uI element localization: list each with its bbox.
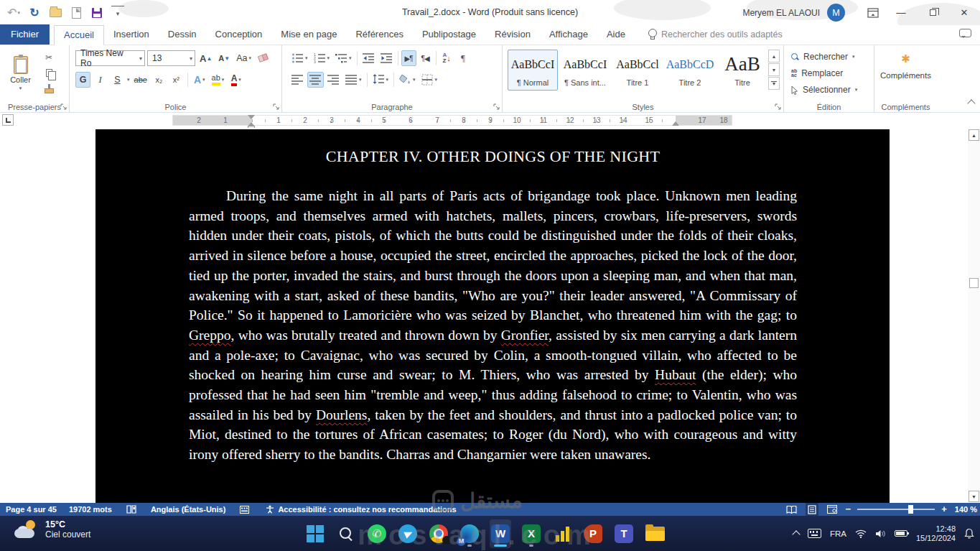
page-indicator[interactable]: Page 4 sur 45	[6, 505, 57, 514]
volume-icon[interactable]	[875, 529, 886, 538]
sort-button[interactable]: AZ↓	[439, 50, 454, 66]
teams-button[interactable]: T	[613, 519, 635, 548]
tab-conception[interactable]: Conception	[206, 24, 272, 45]
collapse-ribbon-button[interactable]	[967, 99, 975, 107]
language-indicator[interactable]: Anglais (États-Unis)	[151, 505, 226, 514]
scrollbar-thumb[interactable]	[969, 278, 979, 288]
battery-icon[interactable]	[895, 530, 907, 537]
font-dialog-launcher[interactable]	[273, 103, 279, 110]
tab-publipostage[interactable]: Publipostage	[413, 24, 485, 45]
tab-affichage[interactable]: Affichage	[540, 24, 597, 45]
tab-stop-selector[interactable]	[2, 114, 14, 126]
right-indent-marker[interactable]	[672, 121, 679, 126]
justify-button[interactable]: ▾	[343, 72, 364, 88]
clipboard-dialog-launcher[interactable]	[60, 103, 67, 110]
vertical-scrollbar[interactable]: ▲ ▼	[968, 129, 980, 503]
align-right-button[interactable]	[325, 72, 342, 88]
left-to-right-button[interactable]: ▶¶	[401, 50, 416, 66]
shrink-font-button[interactable]: A▼	[216, 50, 232, 66]
start-button[interactable]	[304, 519, 326, 548]
zoom-out-button[interactable]: −	[846, 504, 851, 515]
text-effects-button[interactable]: A▾	[192, 72, 207, 88]
align-center-button[interactable]	[307, 72, 324, 88]
bullets-button[interactable]: ▾	[289, 50, 310, 66]
cut-button[interactable]: ✂	[42, 52, 56, 62]
strikethrough-button[interactable]: abe	[132, 72, 149, 88]
input-language[interactable]: FRA	[830, 529, 846, 538]
style-normal[interactable]: AaBbCcI ¶ Normal	[508, 50, 558, 91]
power-bi-button[interactable]	[551, 519, 573, 548]
weather-widget[interactable]: 15°C Ciel couvert	[14, 519, 90, 540]
style-titre-2[interactable]: AaBbCcD Titre 2	[665, 50, 715, 91]
proofing-errors-icon[interactable]	[124, 503, 139, 516]
file-explorer-button[interactable]	[644, 519, 666, 548]
styles-gallery-more-button[interactable]: ▼	[768, 77, 780, 90]
format-painter-button[interactable]	[42, 83, 56, 94]
tab-accueil[interactable]: Accueil	[54, 25, 104, 45]
zoom-slider[interactable]	[857, 509, 935, 510]
tab-fichier[interactable]: Fichier	[0, 24, 50, 45]
find-button[interactable]: Rechercher ▾	[791, 50, 855, 63]
taskbar-search-button[interactable]	[335, 519, 357, 548]
line-spacing-button[interactable]: ▾	[370, 72, 391, 88]
tab-references[interactable]: Références	[346, 24, 412, 45]
styles-scroll-up-button[interactable]: ▲	[768, 50, 780, 62]
decrease-indent-button[interactable]	[360, 50, 377, 66]
font-size-combo[interactable]: 13▾	[147, 50, 195, 66]
wifi-icon[interactable]	[855, 529, 867, 538]
print-layout-button[interactable]	[806, 503, 818, 516]
italic-button[interactable]: I	[93, 72, 108, 88]
edge-button[interactable]: M	[459, 519, 480, 548]
zoom-slider-thumb[interactable]	[908, 505, 913, 514]
replace-button[interactable]: abac Remplacer	[791, 67, 843, 80]
clear-formatting-button[interactable]	[256, 50, 271, 66]
notifications-bell-icon[interactable]	[964, 528, 974, 539]
first-line-indent-marker[interactable]	[248, 115, 255, 119]
addins-button[interactable]: ✱ Compléments	[874, 52, 937, 80]
select-button[interactable]: Sélectionner ▾	[791, 83, 857, 96]
comment-icon[interactable]	[959, 29, 971, 37]
scroll-up-button[interactable]: ▲	[969, 129, 979, 141]
tab-mise-en-page[interactable]: Mise en page	[271, 24, 346, 45]
right-to-left-button[interactable]: ¶◀	[418, 50, 433, 66]
tab-insertion[interactable]: Insertion	[104, 24, 159, 45]
read-mode-button[interactable]	[784, 503, 799, 516]
tab-dessin[interactable]: Dessin	[159, 24, 206, 45]
accessibility-status[interactable]: Accessibilité : consultez nos recommanda…	[263, 503, 458, 516]
whatsapp-button[interactable]: ✆	[366, 519, 388, 548]
increase-indent-button[interactable]	[378, 50, 395, 66]
font-family-combo[interactable]: Times New Ro▾	[75, 50, 145, 66]
bold-button[interactable]: G	[75, 72, 90, 88]
align-left-button[interactable]	[289, 72, 306, 88]
touch-keyboard-icon[interactable]	[808, 529, 821, 538]
shading-button[interactable]: ▾	[397, 72, 418, 88]
excel-button[interactable]: X	[521, 519, 542, 548]
restore-button[interactable]	[917, 0, 948, 25]
style-sans-interligne[interactable]: AaBbCcI ¶ Sans int...	[560, 50, 610, 91]
zoom-in-button[interactable]: +	[941, 504, 947, 515]
zoom-level[interactable]: 140 %	[955, 505, 977, 514]
close-button[interactable]: ✕	[948, 0, 980, 25]
tell-me-search[interactable]: Rechercher des outils adaptés	[648, 24, 783, 45]
clock[interactable]: 12:48 15/12/2024	[916, 524, 956, 543]
numbering-button[interactable]: 123▾	[312, 50, 332, 66]
style-titre[interactable]: AaB Titre	[717, 50, 767, 91]
word-button[interactable]: W	[490, 519, 511, 548]
styles-scroll-down-button[interactable]: ▼	[768, 63, 780, 76]
copy-button[interactable]	[42, 68, 56, 78]
borders-button[interactable]: ▾	[419, 72, 440, 88]
superscript-button[interactable]: x²	[169, 72, 184, 88]
paragraph-dialog-launcher[interactable]	[493, 103, 500, 110]
scroll-down-button[interactable]: ▼	[969, 491, 979, 502]
subscript-button[interactable]: x₂	[151, 72, 167, 88]
tray-expand-chevron[interactable]	[792, 530, 800, 538]
powerpoint-button[interactable]: P	[582, 519, 604, 548]
horizontal-ruler[interactable]: 2 1 1 2 3 4 5 6 7 8 9 10 11 12 13 14 15 …	[172, 115, 732, 126]
avatar[interactable]: M	[827, 4, 845, 22]
change-case-button[interactable]: Aa▾	[234, 50, 253, 66]
paste-button[interactable]: Coller ▾	[4, 50, 37, 97]
chrome-button[interactable]	[428, 519, 449, 548]
grow-font-button[interactable]: A▲	[197, 50, 214, 66]
document-page[interactable]: CHAPTER IV. OTHER DOINGS OF THE NIGHT Du…	[95, 129, 890, 503]
multilevel-list-button[interactable]: ▾	[333, 50, 354, 66]
